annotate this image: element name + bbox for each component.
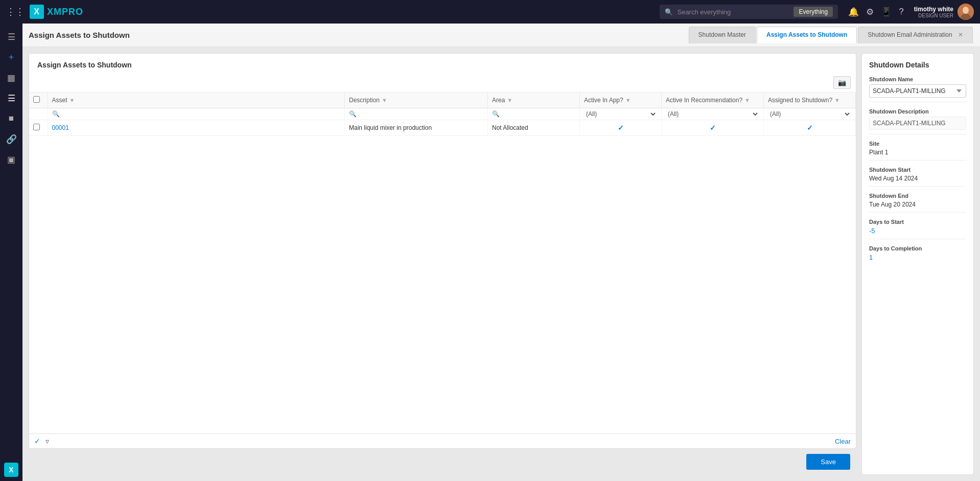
main-layout: ☰ + ▦ ☰ ■ 🔗 ▣ X Assign Assets to Shutdow…: [0, 24, 980, 481]
sidebar-table-icon[interactable]: ▣: [2, 150, 20, 169]
desc-search-input[interactable]: [359, 110, 483, 118]
shutdown-name-label: Shutdown Name: [869, 76, 966, 82]
shutdown-start-value: Wed Aug 14 2024: [869, 175, 966, 182]
search-asset-cell: 🔍: [48, 108, 345, 120]
search-row: 🔍 🔍: [29, 108, 856, 120]
main-panel: Assign Assets to Shutdown 📷: [29, 53, 856, 449]
site-value: Plant 1: [869, 149, 966, 156]
data-grid: Asset ▼ Description ▼: [29, 93, 856, 433]
assigned-check: ✓: [807, 124, 813, 132]
tab-email-admin[interactable]: Shutdown Email Administration ✕: [858, 27, 973, 43]
grid-menu-icon[interactable]: ⋮⋮: [6, 6, 25, 17]
shutdown-desc-value: SCADA-PLANT1-MILLING: [869, 117, 966, 130]
search-container: 🔍 Everything: [660, 5, 838, 19]
nav-icons: 🔔 ⚙ 📱 ?: [848, 7, 903, 17]
site-label: Site: [869, 141, 966, 147]
search-input[interactable]: [677, 8, 789, 16]
row-desc-cell: Main liquid mixer in production: [345, 120, 488, 136]
logo-x: X: [30, 5, 44, 19]
shutdown-end-value: Tue Aug 20 2024: [869, 201, 966, 208]
area-filter-icon[interactable]: ▼: [507, 97, 512, 103]
active-rec-filter-icon[interactable]: ▼: [744, 97, 750, 103]
asset-table: Asset ▼ Description ▼: [29, 93, 856, 136]
active-app-check: ✓: [618, 124, 624, 132]
tab-email-admin-close[interactable]: ✕: [958, 31, 963, 38]
search-icon: 🔍: [665, 8, 673, 16]
asset-link[interactable]: 00001: [52, 124, 69, 131]
active-app-filter-select[interactable]: (All) Yes No: [584, 110, 657, 118]
sidebar-grid-icon[interactable]: ▦: [2, 68, 20, 87]
row-active-rec-cell: ✓: [662, 120, 764, 136]
mobile-icon[interactable]: 📱: [881, 7, 892, 17]
shutdown-start-label: Shutdown Start: [869, 167, 966, 173]
col-description: Description ▼: [345, 93, 488, 108]
days-completion-value: 1: [869, 254, 966, 261]
top-navigation: ⋮⋮ X XMPRO 🔍 Everything 🔔 ⚙ 📱 ? timothy …: [0, 0, 980, 24]
active-rec-check: ✓: [710, 124, 716, 132]
save-area: Save: [29, 449, 856, 475]
apply-filter-icon[interactable]: ✓: [34, 437, 40, 445]
search-desc-cell: 🔍: [345, 108, 488, 120]
clear-button[interactable]: Clear: [835, 438, 851, 445]
desc-filter-icon[interactable]: ▼: [382, 97, 387, 103]
shutdown-name-select[interactable]: SCADA-PLANT1-MILLING: [869, 84, 966, 98]
tabs: Shutdown Master Assign Assets to Shutdow…: [689, 27, 974, 43]
help-icon[interactable]: ?: [899, 7, 903, 17]
sidebar-chart-icon[interactable]: ■: [2, 109, 20, 128]
settings-icon[interactable]: ⚙: [866, 7, 874, 17]
export-button[interactable]: 📷: [833, 76, 851, 89]
filter-icon[interactable]: ▿: [45, 437, 49, 445]
user-menu[interactable]: timothy white DESIGN USER: [914, 4, 974, 20]
breadcrumb: Assign Assets to Shutdown: [29, 31, 689, 39]
asset-search-input[interactable]: [62, 110, 341, 118]
row-active-app-cell: ✓: [580, 120, 662, 136]
sidebar-list-icon[interactable]: ☰: [2, 89, 20, 107]
app-logo: X XMPRO: [30, 5, 83, 19]
tab-assign-assets[interactable]: Assign Assets to Shutdown: [757, 27, 857, 43]
panel-title: Assign Assets to Shutdown: [29, 54, 856, 73]
row-asset-cell: 00001: [48, 120, 345, 136]
days-start-value: -5: [869, 227, 966, 235]
row-assigned-cell: ✓: [764, 120, 856, 136]
search-area-cell: 🔍: [488, 108, 580, 120]
row-checkbox-cell: [29, 120, 48, 136]
avatar[interactable]: [958, 4, 974, 20]
assigned-filter-select[interactable]: (All) Yes No: [768, 110, 851, 118]
search-checkbox-cell: [29, 108, 48, 120]
row-area: Not Allocated: [492, 124, 528, 131]
content-area: Assign Assets to Shutdown 📷: [22, 47, 980, 481]
assigned-filter-icon[interactable]: ▼: [834, 97, 840, 103]
col-active-rec: Active In Recommendation? ▼: [662, 93, 764, 108]
right-panel-title: Shutdown Details: [869, 61, 966, 69]
active-rec-filter-select[interactable]: (All) Yes No: [666, 110, 759, 118]
col-checkbox: [29, 93, 48, 108]
active-app-filter-icon[interactable]: ▼: [625, 97, 631, 103]
days-start-label: Days to Start: [869, 219, 966, 225]
area-search-input[interactable]: [502, 110, 575, 118]
shutdown-end-label: Shutdown End: [869, 193, 966, 199]
save-button[interactable]: Save: [806, 454, 850, 470]
row-area-cell: Not Allocated: [488, 120, 580, 136]
notification-icon[interactable]: 🔔: [848, 7, 859, 17]
select-all-checkbox[interactable]: [33, 96, 40, 103]
filter-active-app-cell: (All) Yes No: [580, 108, 662, 120]
asset-filter-icon[interactable]: ▼: [69, 97, 75, 103]
everything-button[interactable]: Everything: [794, 7, 833, 17]
user-name: timothy white: [914, 6, 953, 13]
asset-search-icon: 🔍: [52, 110, 60, 118]
table-header-row: Asset ▼ Description ▼: [29, 93, 856, 108]
area-search-icon: 🔍: [492, 110, 500, 118]
col-area: Area ▼: [488, 93, 580, 108]
sidebar-add-icon[interactable]: +: [2, 48, 20, 66]
sidebar-link-icon[interactable]: 🔗: [2, 130, 20, 148]
tab-shutdown-master[interactable]: Shutdown Master: [689, 27, 756, 43]
right-panel: Shutdown Details Shutdown Name SCADA-PLA…: [861, 53, 974, 475]
shutdown-desc-label: Shutdown Description: [869, 108, 966, 114]
sidebar-menu-icon[interactable]: ☰: [2, 28, 20, 46]
sidebar: ☰ + ▦ ☰ ■ 🔗 ▣ X: [0, 24, 22, 481]
svg-point-1: [963, 7, 969, 14]
main-content: Assign Assets to Shutdown Shutdown Maste…: [22, 24, 980, 481]
row-checkbox[interactable]: [33, 124, 40, 130]
col-asset: Asset ▼: [48, 93, 345, 108]
grid-toolbar: 📷: [29, 73, 856, 93]
